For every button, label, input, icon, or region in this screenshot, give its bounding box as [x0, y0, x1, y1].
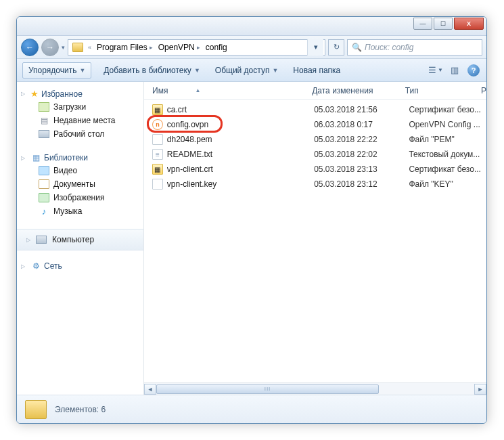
breadcrumb-seg[interactable]: config: [203, 40, 230, 55]
add-to-library-button[interactable]: Добавить в библиотеку▼: [98, 63, 205, 78]
column-type[interactable]: Тип: [405, 86, 481, 95]
column-name[interactable]: Имя▲: [152, 86, 312, 95]
sidebar-item-documents[interactable]: Документы: [21, 177, 143, 191]
new-folder-button[interactable]: Новая папка: [288, 63, 346, 78]
downloads-icon: [39, 102, 49, 112]
sort-asc-icon: ▲: [195, 87, 200, 93]
maximize-button[interactable]: ☐: [434, 18, 453, 30]
sidebar-item-computer[interactable]: ▷Компьютер: [17, 229, 143, 250]
file-type: Сертификат безо...: [409, 164, 486, 174]
computer-icon: [36, 236, 47, 244]
file-name: vpn-client.crt: [167, 164, 314, 174]
file-date: 05.03.2018 21:56: [314, 105, 409, 114]
explorer-window: — ☐ X ← → ▾ « Program Files▸ OpenVPN▸ co…: [16, 16, 487, 424]
chevron-down-icon: ▼: [272, 67, 278, 74]
back-button[interactable]: ←: [21, 39, 39, 56]
window-controls: — ☐ X: [412, 18, 484, 30]
crt-file-icon: ▦: [152, 104, 163, 115]
file-row[interactable]: nconfig.ovpn06.03.2018 0:17OpenVPN Confi…: [152, 117, 486, 132]
file-list[interactable]: ▦ca.crt05.03.2018 21:56Сертификат безо..…: [144, 100, 486, 382]
file-type: Сертификат безо...: [409, 105, 486, 114]
sidebar-item-downloads[interactable]: Загрузки: [21, 100, 143, 114]
column-headers: Имя▲ Дата изменения Тип Р: [144, 82, 486, 100]
file-name: config.ovpn: [167, 120, 314, 129]
search-placeholder: Поиск: config: [365, 43, 413, 52]
scroll-track[interactable]: III: [156, 384, 474, 394]
address-bar[interactable]: « Program Files▸ OpenVPN▸ config ▾: [68, 39, 325, 56]
sidebar-item-pictures[interactable]: Изображения: [21, 191, 143, 204]
titlebar: — ☐ X: [17, 17, 486, 36]
chevron-right-icon: ▷: [21, 155, 28, 161]
file-type: Файл "PEM": [409, 135, 486, 144]
chevron-right-icon: ▸: [197, 44, 200, 51]
file-row[interactable]: vpn-client.key05.03.2018 23:12Файл "KEY": [152, 177, 486, 192]
view-options-button[interactable]: ☰▼: [428, 63, 443, 78]
help-button[interactable]: ?: [466, 63, 481, 78]
sidebar-item-desktop[interactable]: Рабочий стол: [21, 127, 143, 141]
txt-file-icon: ≡: [152, 149, 163, 160]
file-type: OpenVPN Config ...: [409, 120, 486, 129]
chevron-down-icon: ▼: [79, 67, 85, 74]
libraries-icon: ▦: [30, 153, 41, 162]
column-date[interactable]: Дата изменения: [312, 86, 405, 95]
file-date: 05.03.2018 23:13: [314, 164, 409, 174]
sidebar-favorites[interactable]: ▷★Избранное: [21, 87, 143, 100]
scroll-right-icon[interactable]: ►: [474, 384, 486, 395]
file-row[interactable]: dh2048.pem05.03.2018 22:22Файл "PEM": [152, 132, 486, 147]
sidebar-item-recent[interactable]: ▤Недавние места: [21, 114, 143, 127]
organize-button[interactable]: Упорядочить▼: [22, 62, 91, 79]
file-type: Файл "KEY": [409, 179, 486, 189]
recent-icon: ▤: [39, 116, 49, 125]
toolbar: Упорядочить▼ Добавить в библиотеку▼ Общи…: [17, 59, 486, 82]
star-icon: ★: [30, 89, 39, 99]
column-size[interactable]: Р: [481, 86, 486, 95]
history-dropdown-icon[interactable]: ▾: [62, 44, 65, 51]
file-panel: Имя▲ Дата изменения Тип Р ▦ca.crt05.03.2…: [144, 82, 486, 395]
search-input[interactable]: 🔍 Поиск: config: [347, 39, 482, 56]
file-name: ca.crt: [167, 105, 314, 114]
pem-file-icon: [152, 134, 163, 145]
breadcrumb-seg[interactable]: Program Files▸: [94, 40, 156, 55]
file-date: 05.03.2018 22:22: [314, 135, 409, 144]
sidebar-item-network[interactable]: ▷⚙Сеть: [21, 260, 143, 272]
forward-button[interactable]: →: [41, 39, 59, 56]
scroll-left-icon[interactable]: ◄: [144, 384, 156, 395]
sidebar-item-music[interactable]: ♪Музыка: [21, 204, 143, 218]
sidebar: ▷★Избранное Загрузки ▤Недавние места Раб…: [17, 82, 144, 395]
key-file-icon: [152, 179, 163, 190]
scroll-thumb[interactable]: III: [156, 384, 379, 394]
help-icon: ?: [467, 64, 480, 76]
file-row[interactable]: ▦ca.crt05.03.2018 21:56Сертификат безо..…: [152, 102, 486, 117]
file-date: 05.03.2018 22:02: [314, 150, 409, 159]
chevron-right-icon: ▸: [150, 44, 153, 51]
sidebar-libraries[interactable]: ▷▦Библиотеки: [21, 152, 143, 164]
preview-pane-button[interactable]: ▥: [447, 63, 462, 78]
documents-icon: [39, 179, 49, 189]
network-icon: ⚙: [30, 261, 41, 271]
file-date: 05.03.2018 23:12: [314, 179, 409, 189]
status-bar: Элементов: 6: [17, 395, 486, 423]
minimize-button[interactable]: —: [413, 18, 432, 30]
breadcrumb-seg[interactable]: OpenVPN▸: [156, 40, 203, 55]
crt-file-icon: ▦: [152, 164, 163, 175]
pictures-icon: [39, 193, 49, 202]
address-dropdown-icon[interactable]: ▾: [307, 39, 323, 56]
horizontal-scrollbar[interactable]: ◄ III ►: [144, 382, 486, 395]
file-date: 06.03.2018 0:17: [314, 120, 409, 129]
chevron-right-icon: ▷: [21, 91, 28, 97]
close-button[interactable]: X: [454, 18, 484, 30]
refresh-button[interactable]: ↻: [328, 39, 344, 56]
nav-row: ← → ▾ « Program Files▸ OpenVPN▸ config ▾…: [17, 36, 486, 59]
ovpn-file-icon: n: [152, 119, 163, 130]
music-icon: ♪: [39, 206, 49, 216]
chevron-right-icon: «: [88, 44, 91, 51]
file-name: README.txt: [167, 150, 314, 159]
desktop-icon: [39, 130, 49, 138]
folder-icon: [72, 43, 83, 52]
folder-icon: [25, 400, 47, 419]
sidebar-item-video[interactable]: Видео: [21, 164, 143, 177]
file-row[interactable]: ≡README.txt05.03.2018 22:02Текстовый док…: [152, 147, 486, 162]
share-button[interactable]: Общий доступ▼: [210, 63, 284, 78]
content-area: ▷★Избранное Загрузки ▤Недавние места Раб…: [17, 82, 486, 395]
file-row[interactable]: ▦vpn-client.crt05.03.2018 23:13Сертифика…: [152, 162, 486, 177]
